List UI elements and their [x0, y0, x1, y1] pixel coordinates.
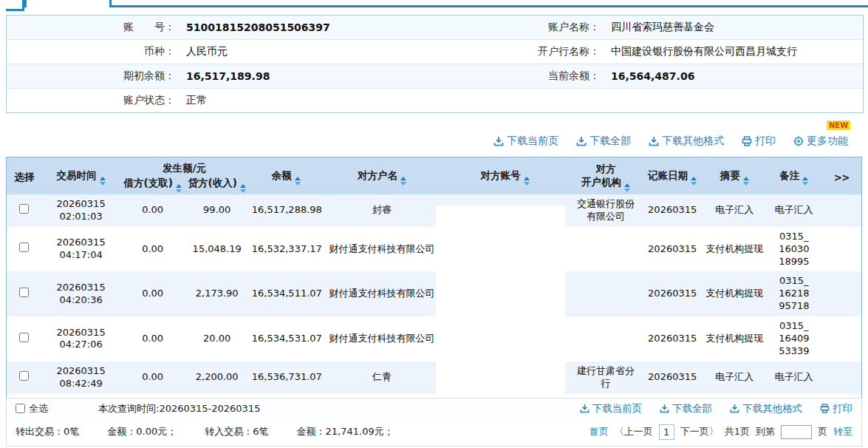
row-select-cell [7, 316, 42, 362]
sort-icon[interactable] [100, 177, 106, 186]
tab-active[interactable] [24, 0, 112, 7]
download-icon [576, 136, 587, 146]
new-badge: NEW [827, 121, 850, 130]
row-select-cell [7, 362, 42, 394]
post-date-cell: 20260315 [642, 227, 703, 272]
row-more-cell [821, 227, 861, 272]
note-cell: 0315_ 16218 95718 [766, 271, 821, 316]
summary-cell: 支付机构提现 [703, 316, 766, 362]
summary-cell: 电子汇入 [703, 194, 766, 227]
column-header-payee-account[interactable]: 对方账号 [440, 157, 570, 195]
credit-cell: 2,173.90 [185, 271, 249, 316]
total-pages-text: 共1页 [725, 425, 750, 438]
transfer-out-count: 转出交易：0笔 [16, 425, 79, 438]
row-select-cell [7, 194, 42, 227]
account-name-value: 四川省索玛慈善基金会 [611, 21, 863, 34]
column-header-debit[interactable]: 借方(支取) [120, 175, 185, 194]
goto-page-button[interactable]: 转至 [833, 425, 852, 438]
footer-download-current-link[interactable]: 下载当前页 [580, 402, 643, 415]
footer-download-all-link[interactable]: 下载全部 [660, 402, 712, 415]
column-header-credit[interactable]: 贷方(收入) [185, 175, 249, 194]
next-page-link[interactable]: 下一页〉 [680, 425, 719, 438]
opening-balance-value: 16,517,189.98 [186, 70, 431, 82]
row-more-cell [821, 362, 861, 394]
transfer-out-amount: 金额：0.00元； [107, 425, 177, 438]
redaction-overlay [436, 206, 565, 396]
download-other-format-link[interactable]: 下载其他格式 [649, 135, 724, 148]
column-header-note[interactable]: 备注 [766, 157, 821, 195]
sort-icon[interactable] [176, 184, 182, 193]
transfer-in-count: 转入交易：6笔 [205, 425, 268, 438]
select-all-label: 全选 [29, 402, 48, 415]
table-row: 2026031508:42:49 0.00 2,200.00 16,536,73… [7, 362, 862, 394]
summary-cell: 支付机构提现 [703, 227, 766, 272]
payee-bank-cell: 交通银行股份有限公司 [570, 194, 642, 227]
column-header-time[interactable]: 交易时间 [42, 157, 120, 195]
debit-cell: 0.00 [120, 194, 185, 227]
debit-cell: 0.00 [120, 362, 185, 394]
sort-icon[interactable] [624, 183, 630, 192]
current-balance-label: 当前余额： [431, 69, 600, 83]
account-number-label: 账 号： [7, 21, 175, 34]
sort-icon[interactable] [743, 177, 749, 186]
goto-page-input[interactable] [781, 425, 812, 439]
row-checkbox[interactable] [19, 242, 29, 252]
post-date-cell: 20260315 [642, 194, 703, 227]
payee-bank-cell [570, 227, 642, 272]
row-checkbox[interactable] [19, 333, 29, 342]
more-columns-chevron[interactable]: >> [821, 157, 861, 195]
more-functions-link[interactable]: 更多功能 [793, 135, 848, 148]
download-all-link[interactable]: 下载全部 [576, 135, 631, 148]
footer-print-link[interactable]: 打印 [820, 402, 852, 415]
tab-partial-left[interactable] [6, 0, 24, 11]
row-checkbox[interactable] [19, 204, 29, 214]
credit-cell: 2,200.00 [185, 362, 249, 394]
column-header-payee[interactable]: 对方户名 [324, 157, 440, 195]
sort-icon[interactable] [295, 177, 301, 186]
sort-icon[interactable] [240, 184, 246, 193]
column-header-payee-bank[interactable]: 对方 开户机构 [570, 157, 642, 195]
column-header-summary[interactable]: 摘要 [703, 157, 766, 195]
sort-icon[interactable] [400, 177, 406, 186]
note-cell: 电子汇入 [766, 194, 821, 227]
balance-cell: 16,532,337.17 [249, 227, 324, 272]
footer-download-other-link[interactable]: 下载其他格式 [730, 402, 802, 415]
post-date-cell: 20260315 [642, 271, 703, 316]
column-header-balance[interactable]: 余额 [249, 157, 324, 195]
transaction-time-cell: 2026031508:42:49 [42, 362, 120, 394]
account-info-panel: 账 号： 51001815208051506397 账户名称： 四川省索玛慈善基… [6, 15, 864, 113]
query-time-text: 本次查询时间:20260315-20260315 [98, 402, 260, 415]
first-page-link[interactable]: 首页 [590, 425, 609, 438]
download-icon [730, 404, 739, 413]
account-status-value: 正常 [186, 94, 431, 107]
tab-bar-underline [109, 5, 868, 7]
download-icon [580, 404, 590, 413]
sort-icon[interactable] [691, 177, 697, 186]
table-row: 2026031502:01:03 0.00 99.00 16,517,288.9… [7, 194, 862, 227]
balance-cell: 16,517,288.98 [249, 194, 324, 227]
download-current-page-link[interactable]: 下载当前页 [493, 135, 558, 148]
select-all-checkbox[interactable] [16, 404, 25, 413]
payee-name-cell: 封睿 [324, 194, 440, 227]
sort-icon[interactable] [802, 177, 808, 186]
download-icon [660, 404, 669, 413]
balance-cell: 16,536,731.07 [249, 362, 324, 394]
account-row-balances: 期初余额： 16,517,189.98 当前余额： 16,564,487.06 [7, 64, 863, 89]
select-all-control[interactable]: 全选 [16, 402, 48, 415]
payee-name-cell: 财付通支付科技有限公司 [324, 316, 440, 362]
note-cell: 0315_ 16030 18995 [766, 227, 821, 272]
print-link[interactable]: 打印 [742, 135, 776, 148]
credit-cell: 99.00 [185, 194, 249, 227]
row-more-cell [821, 271, 861, 316]
prev-page-link[interactable]: 〈上一页 [615, 425, 653, 438]
row-checkbox[interactable] [19, 288, 29, 297]
sort-icon[interactable] [524, 177, 530, 186]
note-cell: 电子汇入 [766, 362, 821, 394]
note-cell: 0315_ 16409 53339 [766, 316, 821, 362]
footer-bottom-row: 转出交易：0笔 金额：0.00元； 转入交易：6笔 金额：21,741.09元；… [7, 418, 861, 445]
currency-value: 人民币元 [186, 45, 431, 58]
column-header-post-date[interactable]: 记账日期 [642, 157, 703, 195]
account-status-label: 账户状态： [7, 94, 175, 107]
row-checkbox[interactable] [19, 371, 29, 381]
credit-cell: 15,048.19 [185, 227, 249, 272]
